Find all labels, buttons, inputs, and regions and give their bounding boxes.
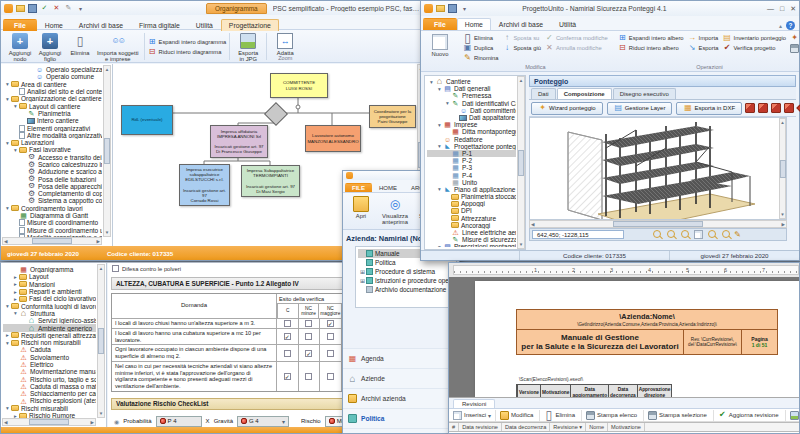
tree-item[interactable]: ▾ Fasi lavorative [3,146,102,153]
adatta-button[interactable]: Adatta [270,32,300,57]
tree-item[interactable]: Misure di coordinamento [3,219,102,226]
ribbon-button[interactable]: Aggiungi nodo [5,32,35,64]
open-icon[interactable] [16,5,25,12]
tree-item[interactable]: ▾ Struttura [3,310,96,317]
revisioni-toolbar-button[interactable]: Elimina [540,410,582,421]
ribbon-button[interactable]: Aggiungi figlio [35,32,65,64]
tree-item[interactable]: Unito [427,179,516,186]
checklist-tree-vscroll[interactable]: ▲▼ [97,264,105,418]
ribbon-small-button[interactable]: Conferma modifiche [543,33,610,43]
view-cube-icon[interactable] [771,103,781,113]
save-icon[interactable] [28,4,37,13]
revisioni-toolbar-button[interactable]: Stampa elenco [582,410,644,421]
document-workspace[interactable]: \Azienda:Nome\ \GetIndirizzo(Azienda:Com… [449,277,799,397]
verdict-checkbox[interactable]: ✓ [284,373,291,380]
edit-icon[interactable] [64,4,73,13]
tree-item[interactable]: Elettrico [3,361,96,368]
save-icon[interactable] [448,4,457,13]
tree-item[interactable]: Scarico calcestruzzo in pompa [3,161,102,168]
ribbon-small-button[interactable]: Elimina [461,33,501,43]
tree-item[interactable]: ▾ Rischi misurabili [3,405,96,412]
ribbon-small-button[interactable]: Sposta giù [501,43,543,53]
export-jpg-button[interactable]: Esporta in JPG [233,32,263,64]
ribbon-tab[interactable]: Archivi di base [71,19,131,31]
sidebar-item[interactable]: Agenda [343,348,459,368]
viewport-hscroll[interactable]: ◀▶ [529,220,787,228]
tree-item[interactable]: ▾ Dati identificativi Cantiere [427,100,516,107]
tree-item[interactable]: ▾ Lavorazioni [3,139,102,146]
ribbon-tab[interactable]: Utilità [551,18,584,30]
tree-item[interactable]: Operaio comune [3,73,102,80]
psc-tree-hscroll[interactable]: ◀▶ [2,237,102,245]
panel-button[interactable]: Wizard ponteggio [531,102,603,115]
tree-item[interactable]: ▸ Layout [3,273,96,280]
tree-item[interactable]: Elementi organizzativi [3,124,102,131]
grid-column-header[interactable]: Data decorrenza [502,423,550,431]
tree-item[interactable]: Dati appaltatore [427,114,516,121]
tree-item[interactable]: ▸ Reparti e ambienti [3,288,96,295]
verdict-checkbox[interactable] [305,320,312,327]
tree-item[interactable]: Ambiente generico [3,324,96,331]
verdict-checkbox[interactable] [327,333,334,340]
ribbon-small-button[interactable]: Inventario ponteggio [721,33,789,43]
view-cube-icon[interactable] [784,103,794,113]
orgchart-box-esecutrice[interactable]: Impresa esecutrice subappaltatrice EDILS… [179,164,230,206]
ribbon-tab[interactable]: Utilità [188,19,221,31]
zoom-icon[interactable] [708,230,716,238]
ribbon-small-button[interactable]: Importa [686,33,721,43]
ribbon-tab[interactable]: Home [37,19,71,31]
zoom-icon[interactable] [681,230,689,238]
qat-caret-icon[interactable] [460,4,469,13]
nuovo-button[interactable]: Nuovo [425,33,455,58]
tree-item[interactable]: Organigramma [3,266,96,273]
tree-item[interactable]: Schiacciamento per caduta di mas [3,390,96,397]
grid-column-header[interactable]: Motivazione [608,423,645,431]
tree-item[interactable]: Movimentazione manuale dei carichi [3,368,96,375]
tree-item[interactable]: ▾ Coordinamento lavori [3,205,102,212]
grid-column-header[interactable]: Nome [586,423,608,431]
ribbon-small-button[interactable]: Espandi intero diagramma [146,37,229,47]
orgchart-box-subappaltatrice[interactable]: Impresa Subappaltatrice TERMOIMPIANTI In… [241,165,300,197]
view-cube-icon[interactable] [758,103,768,113]
ribbon-small-button[interactable]: Riduci intero albero [616,43,686,53]
collapse-ribbon-icon[interactable]: ▴ [779,22,782,29]
ribbon-icon-button[interactable] [788,33,800,43]
azienda-tab[interactable]: HOME [372,183,404,192]
tree-item[interactable]: Ditta montaponteggio [427,128,516,135]
tree-item[interactable]: Sistema a cappotto con EPS fa [3,197,102,204]
verdict-checkbox[interactable]: ✓ [305,350,312,357]
tree-item[interactable]: ▾ Rischi non misurabili [3,339,96,346]
panel-button[interactable]: Gestione Layer [607,102,673,115]
tree-item[interactable]: Archivio documentazione [358,285,454,294]
revisioni-toolbar-button[interactable]: Inserisci ▾ [449,410,496,421]
tree-item[interactable]: Accesso e transito dei mezzi in [3,154,102,161]
verdict-checkbox[interactable] [305,373,312,380]
ribbon-small-button[interactable]: Espandi intero albero [616,33,686,43]
zoom-icon[interactable] [722,230,730,238]
zoom-icon[interactable] [667,230,675,238]
tree-item[interactable]: Servizi igienico-assistenziali [3,317,96,324]
tree-item[interactable]: DPI [427,207,516,214]
minimize-button[interactable]: — [767,5,774,12]
orgchart-box-committente[interactable]: COMMITTENTE LUIGI ROSSI [270,73,328,98]
tree-item[interactable]: ▾ Conformità luoghi di lavoro [3,302,96,309]
ribbon-tab[interactable]: Home [457,18,491,30]
ponteggi-tree-vscroll[interactable]: ▲▼ [517,76,525,249]
revisioni-toolbar-button[interactable]: Visualizza anteprima [786,410,800,421]
ribbon-small-button[interactable]: Sposta su [501,33,543,43]
panel-tab[interactable]: Dati [531,88,556,99]
revisioni-toolbar-button[interactable]: Stampa selezione [644,410,714,421]
polveri-checkbox[interactable] [112,265,119,272]
azienda-tab[interactable]: FILE [345,183,372,192]
ribbon-small-button[interactable]: Duplica [461,43,501,53]
tree-item[interactable]: ▾ Cantiere [427,78,516,85]
psc-tree-vscroll[interactable]: ▲▼ [103,65,111,237]
context-tab-header[interactable]: Organigramma [206,3,267,14]
orgchart-box-autonomo[interactable]: Lavoratore autonomo MANZONI ALESSANDRO [305,125,361,152]
ribbon-small-button[interactable]: Annulla modifiche [543,43,610,53]
tree-item[interactable]: ▾ Layout di cantiere [3,102,102,109]
tree-item[interactable]: Diagramma di Gantt [3,212,102,219]
tree-item[interactable]: ▸ Requisiti generali attrezzature e macc [3,332,96,339]
close-button[interactable]: ✕ [790,5,796,13]
tree-item[interactable]: Linee elettriche aeree [427,229,516,236]
